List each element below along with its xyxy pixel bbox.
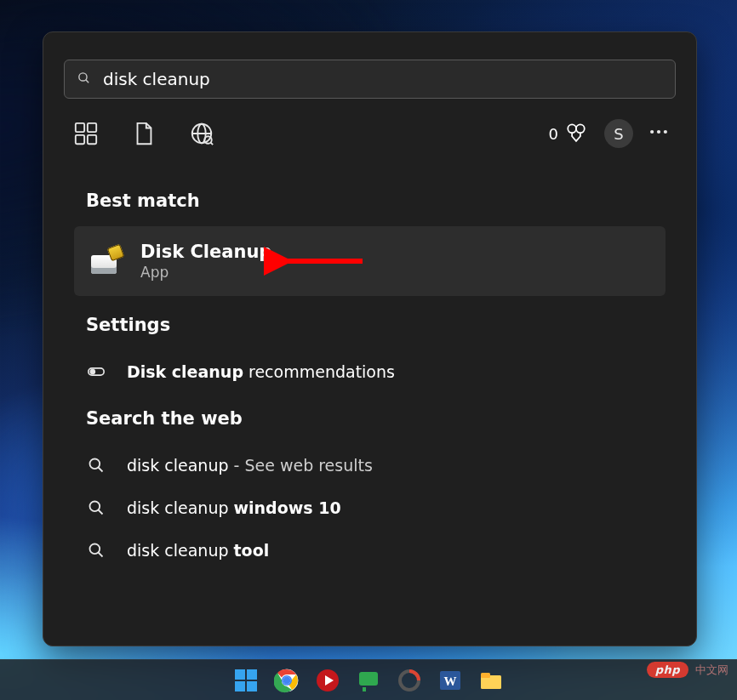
start-button[interactable]	[233, 668, 259, 693]
best-match-text: Disk Cleanup App	[140, 242, 271, 281]
svg-rect-3	[88, 123, 96, 132]
svg-line-24	[99, 553, 103, 557]
svg-point-12	[576, 124, 585, 133]
rewards-icon	[565, 122, 587, 145]
svg-rect-42	[481, 673, 490, 678]
svg-rect-25	[235, 669, 245, 680]
svg-point-23	[90, 544, 100, 555]
search-icon	[84, 499, 108, 516]
svg-point-13	[650, 130, 654, 134]
disk-cleanup-icon	[91, 248, 120, 274]
rewards-indicator[interactable]: 0	[549, 122, 587, 145]
more-options-button[interactable]	[647, 120, 671, 147]
best-match-header: Best match	[86, 191, 654, 211]
svg-point-14	[657, 130, 660, 134]
web-result[interactable]: disk cleanup tool	[74, 529, 666, 572]
taskbar-explorer-icon[interactable]	[478, 668, 504, 693]
taskbar-word-icon[interactable]: W	[437, 668, 463, 693]
svg-line-1	[86, 79, 89, 82]
svg-rect-36	[359, 672, 378, 686]
svg-rect-5	[88, 135, 96, 144]
results-area: Best match Disk Cleanup App Settings	[43, 158, 696, 572]
search-filter-toolbar: 0 S	[43, 99, 696, 158]
watermark: php 中文网	[647, 662, 728, 678]
svg-rect-2	[76, 123, 84, 132]
web-result-text: disk cleanup windows 10	[127, 498, 341, 517]
web-result-text: disk cleanup - See web results	[127, 456, 373, 475]
search-input[interactable]	[91, 69, 663, 89]
search-icon	[84, 457, 108, 474]
taskbar-loader-icon[interactable]	[397, 668, 422, 693]
documents-filter-icon[interactable]	[127, 114, 161, 153]
svg-text:W: W	[444, 674, 457, 688]
annotation-arrow	[264, 247, 366, 276]
apps-filter-icon[interactable]	[69, 114, 103, 153]
svg-point-15	[664, 130, 667, 134]
settings-result[interactable]: Disk cleanup recommendations	[74, 350, 666, 393]
svg-line-20	[99, 468, 103, 472]
settings-header: Settings	[86, 315, 654, 335]
web-result[interactable]: disk cleanup windows 10	[74, 487, 666, 529]
watermark-pill: php	[647, 662, 688, 678]
svg-line-22	[99, 510, 103, 515]
search-icon	[77, 71, 91, 88]
best-match-result[interactable]: Disk Cleanup App	[74, 226, 666, 296]
svg-rect-26	[247, 669, 257, 680]
web-filter-icon[interactable]	[185, 114, 219, 153]
best-match-subtitle: App	[140, 264, 271, 281]
best-match-title: Disk Cleanup	[140, 242, 271, 262]
search-icon	[84, 542, 108, 559]
svg-point-19	[90, 459, 100, 470]
taskbar-chat-icon[interactable]	[356, 668, 381, 693]
web-result-text: disk cleanup tool	[127, 541, 269, 560]
svg-point-33	[283, 676, 291, 684]
svg-point-18	[90, 370, 94, 374]
settings-result-text: Disk cleanup recommendations	[127, 362, 395, 381]
taskbar-chrome-icon[interactable]	[274, 668, 300, 693]
svg-rect-37	[363, 687, 366, 691]
svg-point-0	[79, 72, 87, 80]
taskbar: W	[0, 659, 737, 700]
svg-point-21	[90, 502, 100, 512]
account-avatar[interactable]: S	[604, 119, 633, 148]
web-header: Search the web	[86, 408, 654, 429]
start-search-panel: 0 S Best match Disk Cleanup	[43, 31, 697, 646]
desktop-wallpaper: 0 S Best match Disk Cleanup	[0, 0, 737, 700]
svg-line-10	[210, 142, 213, 145]
svg-rect-27	[235, 681, 245, 691]
search-box[interactable]	[64, 60, 676, 99]
svg-point-11	[568, 124, 576, 133]
svg-rect-4	[76, 135, 84, 144]
svg-rect-28	[247, 681, 257, 691]
web-result[interactable]: disk cleanup - See web results	[74, 444, 666, 487]
watermark-text: 中文网	[695, 663, 728, 678]
toggle-icon	[84, 363, 108, 380]
rewards-count: 0	[549, 125, 558, 143]
taskbar-media-icon[interactable]	[315, 668, 340, 693]
